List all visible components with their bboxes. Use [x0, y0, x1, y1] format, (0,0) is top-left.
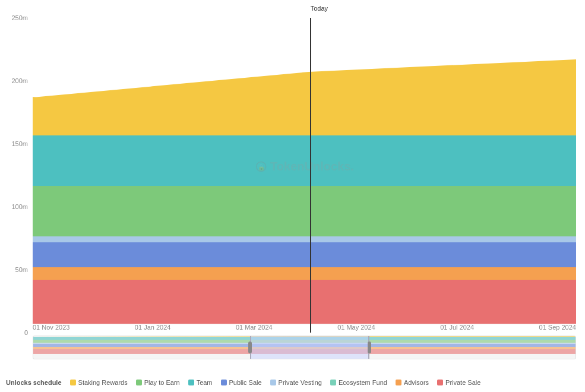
legend-title-text: Unlocks schedule — [6, 379, 62, 386]
legend-dot-staking — [70, 380, 76, 385]
legend-dot-private-vesting — [270, 380, 276, 385]
x-label-mar2024: 01 Mar 2024 — [236, 324, 273, 331]
y-axis: 250m 200m 150m 100m 50m 0 — [0, 9, 33, 324]
bar-private-vesting — [33, 236, 576, 242]
legend-label-public-sale: Public Sale — [229, 379, 262, 386]
today-line — [310, 18, 311, 333]
chart-container: 250m 200m 150m 100m 50m 0 Chart in UTC +… — [0, 0, 585, 392]
legend-label-ecosystem: Ecosystem Fund — [339, 379, 387, 386]
legend-label-advisors: Advisors — [404, 379, 429, 386]
today-label: Today — [311, 5, 328, 12]
range-highlight — [250, 336, 369, 359]
y-label-250m: 250m — [11, 14, 28, 21]
legend-staking-rewards: Staking Rewards — [70, 379, 128, 386]
legend-dot-public-sale — [221, 380, 227, 385]
bar-advisors — [33, 267, 576, 280]
legend-label-team: Team — [197, 379, 213, 386]
y-label-0: 0 — [24, 329, 28, 336]
x-label-sep2024: 01 Sep 2024 — [539, 324, 576, 331]
y-label-100m: 100m — [11, 203, 28, 210]
legend-dot-ecosystem — [330, 380, 336, 385]
legend-label-private-vesting: Private Vesting — [279, 379, 322, 386]
legend-advisors: Advisors — [396, 379, 429, 386]
area-staking-rewards — [33, 59, 576, 135]
legend: Unlocks schedule Staking Rewards Play to… — [0, 379, 585, 386]
legend-private-vesting: Private Vesting — [270, 379, 322, 386]
range-handle-left[interactable] — [248, 342, 252, 353]
legend-play-earn: Play to Earn — [136, 379, 180, 386]
x-label-may2024: 01 May 2024 — [337, 324, 375, 331]
legend-private-sale: Private Sale — [437, 379, 480, 386]
legend-label-play-earn: Play to Earn — [144, 379, 180, 386]
x-label-nov2023: 01 Nov 2023 — [33, 324, 69, 331]
legend-label-staking: Staking Rewards — [78, 379, 128, 386]
chart-svg-main — [33, 9, 576, 324]
range-handle-right[interactable] — [368, 342, 371, 353]
legend-team: Team — [188, 379, 213, 386]
y-label-200m: 200m — [11, 77, 28, 84]
bar-public-sale — [33, 242, 576, 267]
legend-label-private-sale: Private Sale — [445, 379, 480, 386]
chart-area: 🔒 TokenUnlocks. — [33, 9, 576, 324]
range-selector[interactable] — [33, 336, 576, 359]
legend-dot-advisors — [396, 380, 401, 385]
y-label-50m: 50m — [15, 266, 28, 273]
legend-title: Unlocks schedule — [6, 379, 62, 386]
x-label-jan2024: 01 Jan 2024 — [135, 324, 171, 331]
bar-team — [33, 135, 576, 186]
legend-ecosystem-fund: Ecosystem Fund — [330, 379, 387, 386]
legend-dot-play-earn — [136, 380, 142, 385]
x-label-jul2024: 01 Jul 2024 — [440, 324, 474, 331]
legend-dot-team — [188, 380, 194, 385]
bar-play-earn — [33, 186, 576, 236]
legend-public-sale: Public Sale — [221, 379, 262, 386]
y-label-150m: 150m — [11, 140, 28, 147]
bar-private-sale — [33, 280, 576, 324]
legend-dot-private-sale — [437, 380, 443, 385]
